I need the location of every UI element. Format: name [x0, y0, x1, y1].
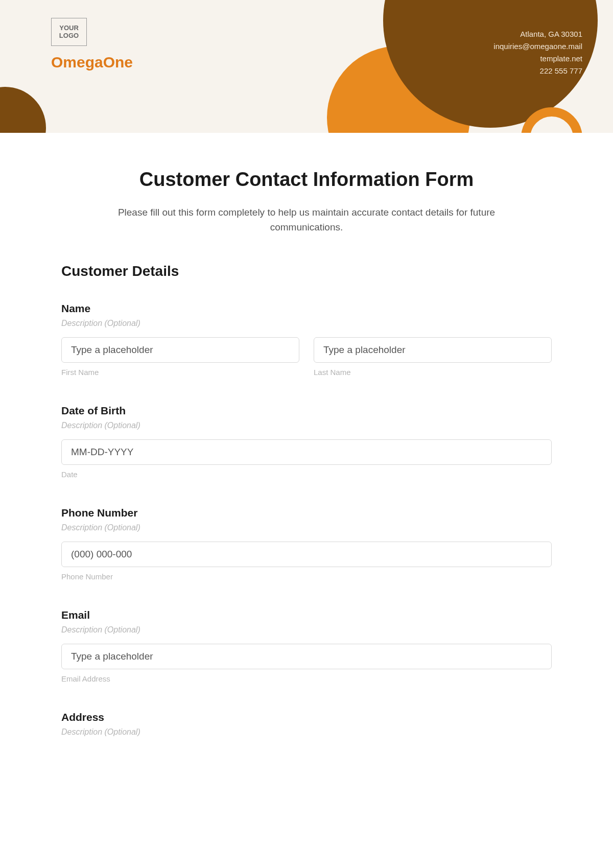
dob-input[interactable] [61, 439, 552, 465]
field-label-address: Address [61, 711, 552, 723]
field-group-email: Email Description (Optional) Email Addre… [61, 609, 552, 683]
contact-address: Atlanta, GA 30301 [493, 28, 582, 40]
first-name-input[interactable] [61, 337, 299, 363]
field-label-name: Name [61, 302, 552, 315]
section-heading-customer-details: Customer Details [61, 263, 552, 279]
contact-phone: 222 555 777 [493, 65, 582, 77]
field-group-address: Address Description (Optional) [61, 711, 552, 737]
field-description: Description (Optional) [61, 319, 552, 328]
sublabel-first-name: First Name [61, 368, 299, 377]
form-body: Customer Contact Information Form Please… [0, 133, 613, 737]
sublabel-last-name: Last Name [314, 368, 552, 377]
field-label-phone: Phone Number [61, 507, 552, 519]
field-description: Description (Optional) [61, 625, 552, 635]
field-group-name: Name Description (Optional) First Name L… [61, 302, 552, 377]
brand-name: OmegaOne [51, 54, 133, 71]
form-instructions: Please fill out this form completely to … [87, 205, 526, 235]
decorative-circle [0, 87, 46, 133]
field-label-dob: Date of Birth [61, 405, 552, 417]
header-banner: YOUR LOGO OmegaOne Atlanta, GA 30301 inq… [0, 0, 613, 133]
last-name-input[interactable] [314, 337, 552, 363]
field-group-dob: Date of Birth Description (Optional) Dat… [61, 405, 552, 479]
sublabel-phone: Phone Number [61, 572, 552, 581]
page-title: Customer Contact Information Form [61, 169, 552, 191]
contact-email: inquiries@omegaone.mail [493, 40, 582, 53]
logo-placeholder: YOUR LOGO [51, 18, 87, 46]
sublabel-email: Email Address [61, 674, 552, 683]
field-description: Description (Optional) [61, 728, 552, 737]
contact-info: Atlanta, GA 30301 inquiries@omegaone.mai… [493, 28, 582, 77]
sublabel-date: Date [61, 470, 552, 479]
field-group-phone: Phone Number Description (Optional) Phon… [61, 507, 552, 581]
email-input[interactable] [61, 644, 552, 669]
contact-website: template.net [493, 53, 582, 65]
field-label-email: Email [61, 609, 552, 621]
field-description: Description (Optional) [61, 421, 552, 430]
phone-input[interactable] [61, 542, 552, 567]
field-description: Description (Optional) [61, 523, 552, 532]
